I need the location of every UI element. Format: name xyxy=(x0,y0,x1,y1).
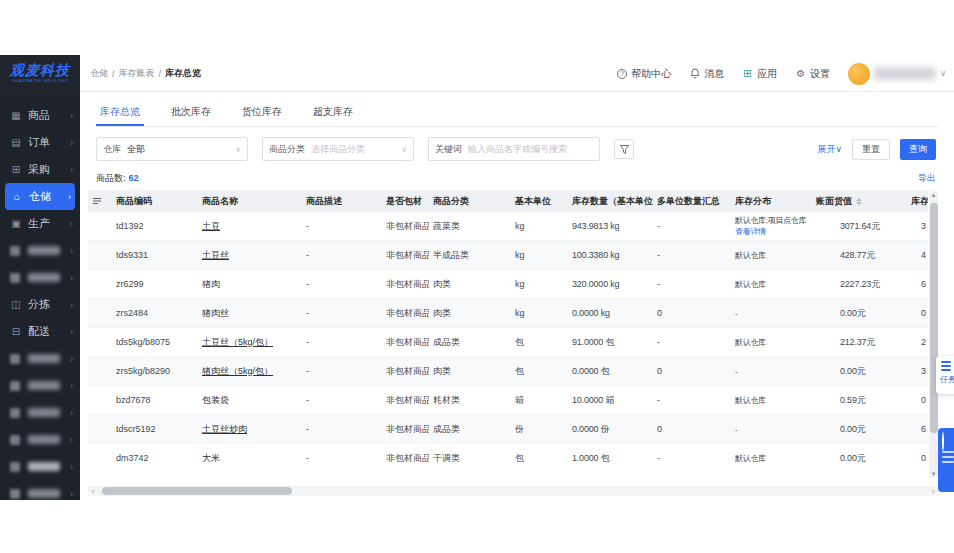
chevron-down-icon: ∨ xyxy=(940,69,946,78)
table-row[interactable]: zr6299猪肉-非包材商品肉类kg320.0000 kg-默认仓库2227.2… xyxy=(88,270,928,299)
cell-distribution: 默认仓库;项目点仓库查看详情 xyxy=(731,215,812,237)
scroll-down-arrow[interactable]: ▼ xyxy=(929,471,938,477)
sidebar-item-products[interactable]: ▦商品› xyxy=(0,102,80,129)
sidebar-item-redacted-3[interactable]: › xyxy=(0,345,80,372)
sidebar-item-sorting[interactable]: ◫分拣› xyxy=(0,291,80,318)
chevron-right-icon: › xyxy=(70,165,73,175)
product-name-link[interactable]: 猪肉 xyxy=(202,279,220,289)
messages-button[interactable]: 消息 xyxy=(689,67,724,81)
sidebar-item-redacted-8[interactable]: › xyxy=(0,480,80,500)
column-header-qty[interactable]: 库存数量（基本单位） xyxy=(568,195,653,208)
chevron-right-icon: › xyxy=(68,192,71,202)
user-account[interactable]: ∨ xyxy=(848,63,946,85)
sidebar-item-redacted-5[interactable]: › xyxy=(0,399,80,426)
table-row[interactable]: tdscr5192土豆丝炒肉-非包材商品成品类份0.0000 份0-0.00元6 xyxy=(88,415,928,444)
column-header-value[interactable]: 账面货值 xyxy=(812,195,907,208)
product-name-link[interactable]: 猪肉丝（5kg/包） xyxy=(202,366,273,376)
table-row[interactable]: zrs5kg/b8290猪肉丝（5kg/包）-非包材商品肉类包0.0000 包0… xyxy=(88,357,928,386)
apps-label: 应用 xyxy=(757,67,777,81)
sidebar-item-redacted-6[interactable]: › xyxy=(0,426,80,453)
cell-qty: 0.0000 份 xyxy=(568,423,653,436)
cell-avg-price: 0 xyxy=(907,308,928,318)
vertical-scrollbar-thumb[interactable] xyxy=(930,203,938,433)
cell-name: 土豆丝炒肉 xyxy=(198,423,302,436)
product-name-link[interactable]: 土豆丝炒肉 xyxy=(202,424,247,434)
advanced-filter-button[interactable] xyxy=(614,139,634,159)
scroll-up-arrow[interactable]: ▲ xyxy=(929,192,938,198)
sidebar-item-purchase[interactable]: ⊞采购› xyxy=(0,156,80,183)
export-link[interactable]: 导出 xyxy=(918,172,936,185)
cell-category: 成品类 xyxy=(429,336,511,349)
cell-category: 肉类 xyxy=(429,365,511,378)
cell-avg-price: 0 xyxy=(907,453,928,463)
sidebar-item-production[interactable]: ▣生产› xyxy=(0,210,80,237)
breadcrumb-stock-report[interactable]: 库存账表 xyxy=(119,67,155,80)
scroll-left-arrow[interactable]: ‹ xyxy=(88,487,98,496)
table-row[interactable]: tds9331土豆丝-非包材商品半成品类kg100.3380 kg-默认仓库42… xyxy=(88,241,928,270)
product-name-link[interactable]: 土豆丝（5kg/包） xyxy=(202,337,273,347)
cell-material: 非包材商品 xyxy=(382,278,429,291)
horizontal-scrollbar[interactable]: ‹ › xyxy=(88,486,938,496)
cell-qty: 10.0000 箱 xyxy=(568,394,653,407)
table-row[interactable]: td1392土豆-非包材商品蔬菜类kg943.9813 kg-默认仓库;项目点仓… xyxy=(88,212,928,241)
category-select[interactable]: 商品分类 选择商品分类 ∨ xyxy=(262,137,414,161)
table-row[interactable]: zrs2484猪肉丝-非包材商品肉类kg0.0000 kg0-0.00元0 xyxy=(88,299,928,328)
chevron-right-icon: › xyxy=(70,435,73,445)
scroll-right-arrow[interactable]: › xyxy=(928,487,938,496)
reset-button[interactable]: 重置 xyxy=(852,139,890,160)
settings-button[interactable]: ⚙ 设置 xyxy=(795,67,830,81)
redacted-label xyxy=(28,462,60,471)
cell-code: tds9331 xyxy=(112,250,198,260)
cell-code: tds5kg/b8075 xyxy=(112,337,198,347)
table-row[interactable]: dm3742大米-非包材商品干调类包1.0000 包-默认仓库0.00元0 xyxy=(88,444,928,472)
product-name-link[interactable]: 土豆 xyxy=(202,221,220,231)
sidebar-item-redacted-4[interactable]: › xyxy=(0,372,80,399)
tab-3[interactable]: 超支库存 xyxy=(309,105,357,126)
service-widget[interactable] xyxy=(938,428,954,492)
table-row[interactable]: tds5kg/b8075土豆丝（5kg/包）-非包材商品成品类包91.0000 … xyxy=(88,328,928,357)
chevron-down-icon: ∨ xyxy=(835,144,842,154)
sidebar-item-label: 订单 xyxy=(28,135,70,150)
cell-code: zrs2484 xyxy=(112,308,198,318)
keyword-input[interactable]: 关键词 输入商品名字或编号搜索 xyxy=(428,137,600,161)
column-header-desc: 商品描述 xyxy=(302,195,382,208)
cell-code: zrs5kg/b8290 xyxy=(112,366,198,376)
delivery-icon: ⊟ xyxy=(10,326,22,337)
tab-0[interactable]: 库存总览 xyxy=(96,105,144,126)
tab-1[interactable]: 批次库存 xyxy=(167,105,215,126)
product-name-link[interactable]: 包装袋 xyxy=(202,395,229,405)
column-header-avg: 库存均价 xyxy=(907,195,928,208)
cell-book-value: 428.77元 xyxy=(812,249,907,262)
sidebar-item-redacted-2[interactable]: › xyxy=(0,264,80,291)
vertical-scrollbar[interactable]: ▲ ▼ xyxy=(929,191,938,478)
sidebar-item-orders[interactable]: ▤订单› xyxy=(0,129,80,156)
help-center-button[interactable]: ? 帮助中心 xyxy=(617,67,671,81)
breadcrumb-separator: / xyxy=(112,69,115,79)
table-body: td1392土豆-非包材商品蔬菜类kg943.9813 kg-默认仓库;项目点仓… xyxy=(88,212,928,472)
sorting-icon: ◫ xyxy=(10,299,22,310)
task-panel-label: 任务 xyxy=(940,374,954,385)
warehouse-icon: ⌂ xyxy=(11,191,23,202)
horizontal-scrollbar-thumb[interactable] xyxy=(102,487,292,495)
dist-text: 默认仓库 xyxy=(735,251,766,260)
sort-icon[interactable] xyxy=(856,198,862,205)
query-button[interactable]: 查询 xyxy=(900,139,936,160)
task-panel-toggle[interactable]: 任务 xyxy=(936,356,954,394)
warehouse-select[interactable]: 仓库 全部 ∨ xyxy=(96,137,248,161)
expand-filters-link[interactable]: 展开∨ xyxy=(817,143,842,156)
product-name-link[interactable]: 土豆丝 xyxy=(202,250,229,260)
bell-icon xyxy=(689,68,700,79)
tab-2[interactable]: 货位库存 xyxy=(238,105,286,126)
cell-avg-price: 3 xyxy=(907,366,928,376)
view-details-link[interactable]: 查看详情 xyxy=(735,226,812,237)
breadcrumb-warehouse[interactable]: 仓储 xyxy=(90,67,108,80)
sidebar-item-warehouse[interactable]: ⌂仓储› xyxy=(5,183,75,210)
apps-button[interactable]: ⊞ 应用 xyxy=(742,67,777,81)
product-name-link[interactable]: 猪肉丝 xyxy=(202,308,229,318)
product-name-link[interactable]: 大米 xyxy=(202,453,220,463)
sidebar-item-redacted-7[interactable]: › xyxy=(0,453,80,480)
column-settings-icon[interactable] xyxy=(92,196,102,206)
sidebar-item-delivery[interactable]: ⊟配送› xyxy=(0,318,80,345)
sidebar-item-redacted-1[interactable]: › xyxy=(0,237,80,264)
table-row[interactable]: bzd7678包装袋-非包材商品耗材类箱10.0000 箱-默认仓库0.59元0 xyxy=(88,386,928,415)
